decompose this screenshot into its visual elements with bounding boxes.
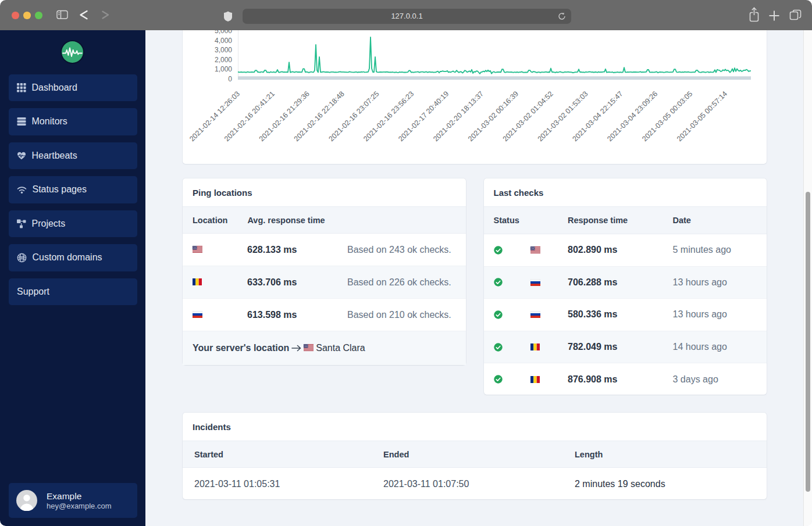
svg-text:5,000: 5,000 xyxy=(215,30,232,35)
svg-text:1,000: 1,000 xyxy=(215,65,232,73)
svg-text:2,000: 2,000 xyxy=(215,56,232,64)
svg-text:3,000: 3,000 xyxy=(215,46,232,54)
svg-text:4,000: 4,000 xyxy=(215,37,232,45)
svg-text:0: 0 xyxy=(228,75,232,83)
